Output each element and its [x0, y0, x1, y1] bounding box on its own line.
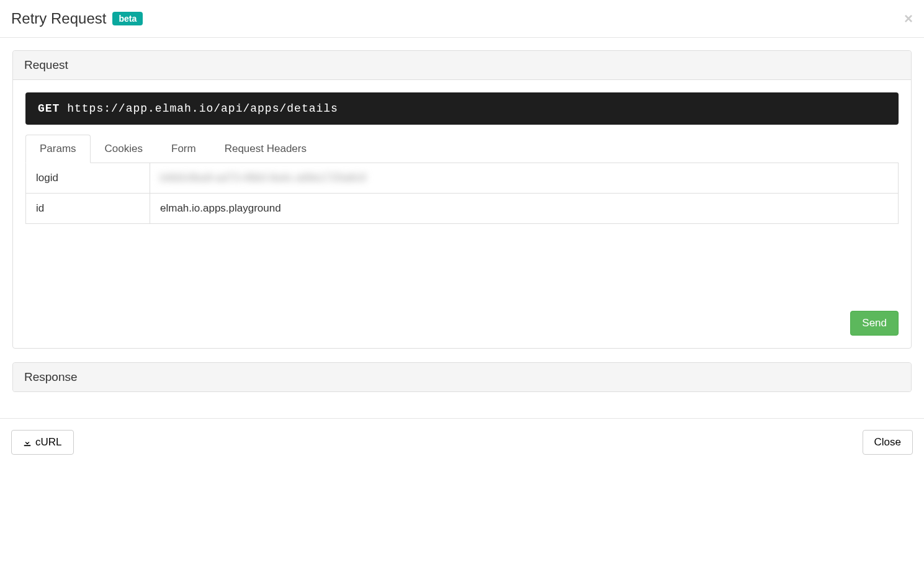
param-value[interactable]: elmah.io.apps.playground: [150, 194, 899, 224]
curl-button[interactable]: cURL: [11, 430, 74, 455]
http-url: https://app.elmah.io/api/apps/details: [67, 102, 338, 115]
request-panel-title: Request: [24, 58, 900, 72]
send-button[interactable]: Send: [850, 311, 899, 336]
modal-footer: cURL Close: [0, 418, 924, 466]
table-row: logid b4b0c9ba9-ad73-49b0-8a4c-a68e1720a…: [26, 163, 899, 194]
request-panel: Request GET https://app.elmah.io/api/app…: [12, 50, 912, 349]
tab-params[interactable]: Params: [25, 135, 91, 163]
close-icon[interactable]: ×: [904, 11, 913, 26]
response-panel: Response: [12, 362, 912, 392]
tab-cookies[interactable]: Cookies: [91, 135, 157, 163]
tab-form[interactable]: Form: [157, 135, 210, 163]
params-table: logid b4b0c9ba9-ad73-49b0-8a4c-a68e1720a…: [25, 163, 899, 224]
close-button[interactable]: Close: [863, 430, 913, 455]
request-panel-heading: Request: [13, 51, 911, 80]
param-value[interactable]: b4b0c9ba9-ad73-49b0-8a4c-a68e1720a8c9: [150, 163, 899, 194]
curl-button-label: cURL: [35, 436, 62, 449]
modal-title-group: Retry Request beta: [11, 10, 143, 27]
response-panel-heading: Response: [13, 363, 911, 391]
blurred-value: b4b0c9ba9-ad73-49b0-8a4c-a68e1720a8c9: [160, 172, 366, 184]
page-title: Retry Request: [11, 10, 106, 27]
modal-header: Retry Request beta ×: [0, 0, 924, 38]
request-url-bar: GET https://app.elmah.io/api/apps/detail…: [25, 92, 899, 125]
download-icon: [23, 438, 32, 447]
request-actions: Send: [25, 311, 899, 336]
param-key[interactable]: logid: [26, 163, 150, 194]
param-key[interactable]: id: [26, 194, 150, 224]
request-tabs: Params Cookies Form Request Headers: [25, 135, 899, 163]
http-method: GET: [38, 102, 60, 115]
request-panel-body: GET https://app.elmah.io/api/apps/detail…: [13, 80, 911, 348]
table-row: id elmah.io.apps.playground: [26, 194, 899, 224]
beta-badge: beta: [112, 12, 143, 25]
response-panel-title: Response: [24, 370, 900, 384]
modal-body: Request GET https://app.elmah.io/api/app…: [0, 38, 924, 418]
tab-request-headers[interactable]: Request Headers: [210, 135, 321, 163]
